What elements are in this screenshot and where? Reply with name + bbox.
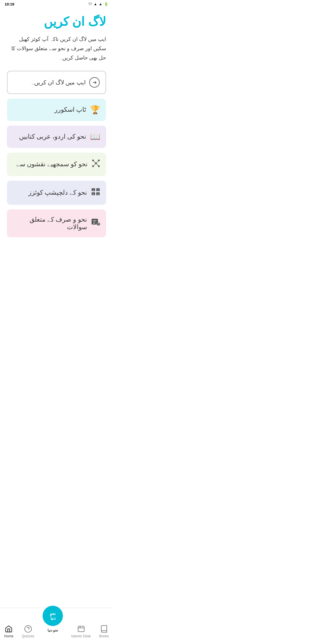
wifi-icon: ▲ <box>99 2 102 6</box>
login-arrow-icon: ➜ <box>89 77 100 88</box>
page-title: لاگ ان کریں <box>7 14 106 30</box>
urdu-arabic-books-text: نحو کی اردو، عربی کتابیں <box>19 133 86 140</box>
svg-line-8 <box>96 163 99 166</box>
svg-text:A: A <box>92 189 94 191</box>
page-description: ایپ میں لاگ ان کریں تاکہ آپ کوئز کھیل سک… <box>7 35 106 63</box>
status-time: 10:19 <box>5 2 14 6</box>
svg-line-5 <box>93 160 96 163</box>
learn-diagrams-card[interactable]: نحو کو سمجھیے نقشوں سے <box>7 153 106 176</box>
login-button[interactable]: ایپ میں لاگ ان کریں۔ ➜ <box>7 71 106 94</box>
svg-line-7 <box>93 163 96 166</box>
top-scorer-card[interactable]: ٹاپ اسکورر 🏆 <box>7 99 106 121</box>
svg-text:B: B <box>92 193 94 196</box>
interesting-quizzes-text: نحو کے دلچپشپ کوئزز <box>28 189 87 196</box>
quiz-icon: A C B D <box>91 187 100 198</box>
login-button-text: ایپ میں لاگ ان کریں۔ <box>31 79 86 86</box>
status-icons: 🛡 ▲ ▲ 🔋 <box>88 2 108 6</box>
nahw-questions-card[interactable]: نحو و صرف کے متعلق سوالات ? <box>7 209 106 237</box>
svg-line-6 <box>96 160 99 163</box>
top-scorer-text: ٹاپ اسکورر <box>54 106 86 113</box>
shield-icon: 🛡 <box>88 2 92 6</box>
top-scorer-icon: 🏆 <box>90 105 100 115</box>
svg-text:C: C <box>97 189 99 191</box>
diagram-icon <box>92 159 100 170</box>
urdu-arabic-books-card[interactable]: نحو کی اردو، عربی کتابیں 📖 <box>7 126 106 148</box>
battery-icon: 🔋 <box>104 2 108 6</box>
learn-diagrams-text: نحو کو سمجھیے نقشوں سے <box>16 160 88 168</box>
signal-icon: ▲ <box>94 2 97 6</box>
status-bar: 10:19 🛡 ▲ ▲ 🔋 <box>0 0 113 8</box>
questions-icon: ? <box>91 218 100 229</box>
main-content: لاگ ان کریں ایپ میں لاگ ان کریں تاکہ آپ … <box>0 8 113 271</box>
svg-text:D: D <box>97 193 99 196</box>
nahw-questions-text: نحو و صرف کے متعلق سوالات <box>13 216 87 231</box>
svg-text:?: ? <box>98 222 100 226</box>
interesting-quizzes-card[interactable]: نحو کے دلچپشپ کوئزز A C B D <box>7 181 106 205</box>
books-icon: 📖 <box>90 132 100 142</box>
